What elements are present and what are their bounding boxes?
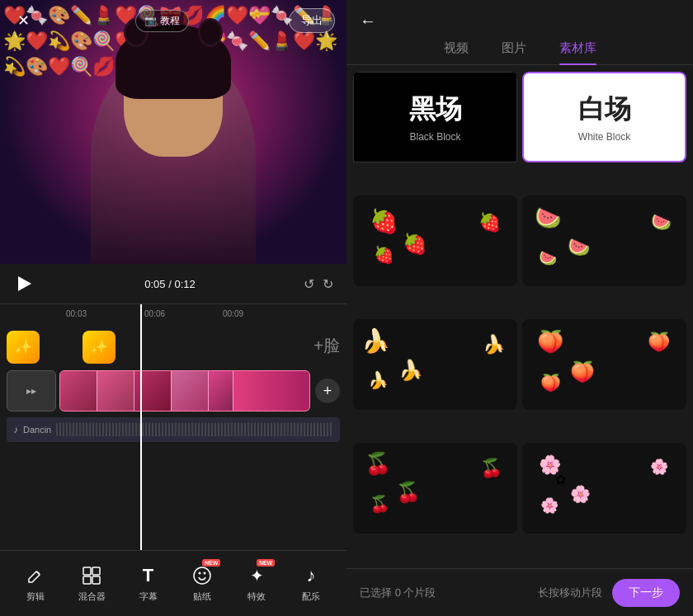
cherry-item[interactable]: 🍒 🍒 🍒 🍒 [353, 443, 517, 534]
ruler-mark-3: 00:09 [223, 309, 243, 318]
audio-label: Dancin [23, 425, 51, 435]
tab-library[interactable]: 素材库 [559, 40, 596, 64]
timeline-cursor-line [140, 323, 142, 550]
timeline-ruler: 00:03 00:06 00:09 [0, 303, 346, 323]
track-thumbnail: ▶▶ [7, 370, 56, 411]
white-block-title: 白场 [578, 92, 631, 128]
music-note-icon: ♪ [299, 564, 323, 587]
watermelon-emoji-2: 🍉 [568, 237, 590, 258]
svg-point-4 [194, 567, 210, 584]
add-text-overlay: +脸 [314, 335, 340, 357]
strip-frame-1 [60, 370, 97, 411]
selected-unit: 个片段 [403, 586, 436, 599]
sticker-icon [191, 564, 214, 587]
redo-button[interactable]: ↻ [323, 276, 333, 292]
timeline-area[interactable]: ✨ ✨ +脸 ▶▶ + ♪ Dancin [0, 323, 346, 550]
cherry-emoji-4: 🍒 [480, 458, 502, 479]
undo-redo-group: ↺ ↻ [304, 276, 333, 292]
tool-mixer[interactable]: 混合器 [78, 564, 106, 603]
media-grid: 黑场 Black Block 白场 White Block 🍓 🍓 🍓 🍓 🍉 … [346, 65, 693, 568]
black-block-title: 黑场 [409, 92, 462, 128]
peach-emoji-2: 🍑 [570, 360, 595, 383]
undo-button[interactable]: ↺ [304, 276, 314, 292]
watermelon-emoji-4: 🍉 [651, 212, 672, 232]
flower-emoji-2: 🌸 [570, 484, 591, 504]
black-block-item[interactable]: 黑场 Black Block [353, 72, 517, 190]
tool-sticker[interactable]: NEW 贴纸 [191, 564, 214, 603]
tool-sticker-label: 贴纸 [193, 590, 211, 603]
close-button[interactable]: ✕ [12, 9, 35, 32]
tool-caption[interactable]: T 字幕 [137, 564, 160, 603]
strawberry-emoji-3: 🍓 [374, 245, 394, 265]
peach-emoji-3: 🍑 [540, 373, 561, 393]
strawberry-emoji-1: 🍓 [370, 208, 398, 235]
strip-frame-5 [209, 370, 233, 411]
svg-rect-3 [92, 576, 100, 584]
banana-emoji-1: 🍌 [361, 327, 390, 355]
cherry-emoji-2: 🍒 [396, 481, 421, 504]
svg-rect-2 [83, 576, 91, 584]
edit-icon [24, 564, 47, 587]
hint-text: 长按移动片段 [538, 585, 602, 600]
svg-rect-1 [92, 567, 100, 575]
sticker-new-badge: NEW [202, 559, 220, 567]
peach-item[interactable]: 🍑 🍑 🍑 🍑 [522, 319, 686, 410]
white-block-sub: White Block [578, 131, 630, 143]
video-preview: ❤️🍬🎨✏️💄❤️🍭🎀💋🌈❤️💝🍬✏️💄🌟❤️💫🎨🍭❤️💋🎀🌈💝🍬✏️💄❤️🌟💫… [0, 0, 346, 264]
top-bar: ✕ 📷 教程 导出 [0, 0, 346, 41]
watermelon-emoji-1: 🍉 [535, 205, 561, 231]
cherry-emoji-3: 🍒 [370, 494, 390, 514]
tab-video[interactable]: 视频 [444, 40, 469, 64]
tool-effect-label: 特效 [248, 590, 266, 603]
tutorial-icon: 📷 [144, 15, 157, 26]
selection-info: 已选择 0 个片段 [360, 585, 528, 600]
selected-count-label: 已选择 [360, 586, 392, 599]
banana-emoji-4: 🍌 [483, 334, 505, 355]
banana-emoji-2: 🍌 [398, 359, 423, 382]
video-track: ▶▶ + [0, 366, 346, 416]
banana-item[interactable]: 🍌 🍌 🍌 🍌 [353, 319, 517, 410]
white-block-display: 白场 White Block [522, 72, 686, 162]
svg-point-6 [204, 572, 206, 575]
effect-new-badge: NEW [257, 559, 275, 567]
flower-emoji-4: 🌸 [650, 458, 668, 476]
tutorial-button[interactable]: 📷 教程 [135, 10, 189, 32]
strawberry-emoji-2: 🍓 [403, 233, 427, 256]
audio-waveform[interactable] [56, 423, 333, 436]
cherry-emoji-1: 🍒 [365, 451, 391, 477]
add-track-button[interactable]: + [315, 379, 340, 403]
back-button[interactable]: ← [360, 12, 376, 31]
effect-sticker-1[interactable]: ✨ [7, 331, 40, 364]
tool-music[interactable]: ♪ 配乐 [299, 564, 323, 603]
effects-track: ✨ ✨ +脸 [0, 328, 346, 366]
video-strip[interactable] [59, 370, 310, 411]
left-panel: ❤️🍬🎨✏️💄❤️🍭🎀💋🌈❤️💝🍬✏️💄🌟❤️💫🎨🍭❤️💋🎀🌈💝🍬✏️💄❤️🌟💫… [0, 0, 346, 616]
tool-edit-label: 剪辑 [26, 590, 45, 603]
next-button[interactable]: 下一步 [612, 579, 680, 607]
footer-bar: 已选择 0 个片段 长按移动片段 下一步 [346, 568, 693, 616]
tool-edit[interactable]: 剪辑 [24, 564, 47, 603]
white-block-item[interactable]: 白场 White Block [522, 72, 686, 190]
time-display: 0:05 / 0:12 [46, 278, 294, 290]
black-block-display: 黑场 Black Block [353, 72, 517, 162]
strawberry-item[interactable]: 🍓 🍓 🍓 🍓 [353, 195, 517, 286]
audio-track: ♪ Dancin [7, 417, 340, 442]
watermelon-emoji-3: 🍉 [539, 249, 557, 267]
peach-emoji-4: 🍑 [648, 332, 670, 353]
flower-emoji-3: 🌸 [540, 496, 559, 515]
play-icon [18, 276, 31, 291]
tutorial-label: 教程 [160, 14, 180, 28]
effect-sticker-2[interactable]: ✨ [82, 331, 116, 364]
tab-image[interactable]: 图片 [502, 40, 526, 64]
watermelon-item[interactable]: 🍉 🍉 🍉 🍉 [522, 195, 686, 286]
right-panel: ← 视频 图片 素材库 黑场 Black Block 白场 White Bloc… [346, 0, 693, 616]
play-button[interactable] [13, 272, 36, 295]
tool-caption-label: 字幕 [139, 590, 158, 603]
playback-bar: 0:05 / 0:12 ↺ ↻ [0, 264, 346, 303]
peach-emoji-1: 🍑 [537, 329, 563, 355]
tool-effect[interactable]: ✦ NEW 特效 [245, 564, 268, 603]
export-button[interactable]: 导出 [289, 8, 335, 33]
tool-mixer-label: 混合器 [78, 590, 106, 603]
flower-item[interactable]: 🌸 🌸 🌸 🌸 ✿ [522, 443, 686, 534]
ruler-mark-1: 00:03 [66, 309, 87, 318]
